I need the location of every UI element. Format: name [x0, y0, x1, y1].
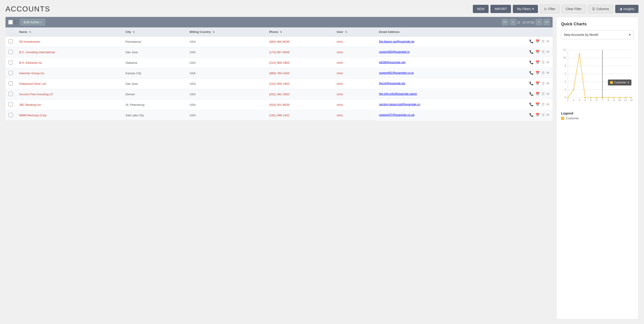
calendar-icon[interactable]: 📅: [536, 60, 540, 64]
first-page-button[interactable]: <<: [502, 19, 508, 25]
account-name-link[interactable]: Hammer Group Inc: [19, 72, 44, 75]
email-icon[interactable]: ✉: [546, 71, 550, 75]
row-checkbox[interactable]: [9, 81, 13, 86]
user-link[interactable]: chris: [337, 92, 343, 96]
email-link[interactable]: support37@example.co.uk: [379, 113, 527, 116]
user-link[interactable]: chris: [337, 103, 343, 106]
calendar-icon[interactable]: 📅: [536, 71, 540, 75]
last-page-button[interactable]: >>: [544, 19, 550, 25]
call-icon[interactable]: 📞: [529, 39, 534, 44]
phone-link[interactable]: (893) 969-8036: [269, 40, 290, 44]
phone-link[interactable]: (174) 897-6649: [269, 50, 290, 54]
call-icon[interactable]: 📞: [529, 113, 534, 117]
row-checkbox[interactable]: [9, 39, 13, 44]
row-checkbox[interactable]: [9, 102, 13, 106]
phone-link[interactable]: (314) 988-2684: [269, 61, 290, 64]
phone-link[interactable]: (989) 760-4343: [269, 72, 290, 75]
email-icon[interactable]: ✉: [546, 39, 550, 44]
cell-name: B.H. Edwards Inc: [16, 58, 122, 68]
phone-column-header[interactable]: Phone ⇅: [266, 28, 334, 36]
user-link[interactable]: chris: [337, 61, 343, 64]
phone-link[interactable]: (918) 401-8639: [269, 103, 290, 106]
call-icon[interactable]: 📞: [529, 102, 534, 106]
calendar-icon[interactable]: 📅: [536, 39, 540, 44]
columns-label: Columns: [596, 7, 609, 11]
email-icon[interactable]: ✉: [546, 113, 550, 117]
svg-point-28: [567, 97, 568, 98]
select-all-dropdown[interactable]: ▾: [14, 20, 18, 24]
new-button[interactable]: NEW: [473, 5, 488, 13]
quick-charts-title: Quick Charts: [561, 22, 634, 26]
my-filters-button[interactable]: My Filters ▾: [513, 5, 538, 13]
list-icon[interactable]: ☰: [542, 39, 544, 44]
clear-filter-button[interactable]: Clear Filter: [562, 4, 586, 13]
list-icon[interactable]: ☰: [542, 60, 544, 64]
phone-link[interactable]: (191) 946-1442: [269, 114, 290, 117]
next-page-button[interactable]: >: [536, 19, 542, 25]
row-checkbox[interactable]: [9, 60, 13, 64]
user-link[interactable]: chris: [337, 114, 343, 117]
name-column-header[interactable]: Name ⇅: [16, 28, 122, 36]
select-all-checkbox[interactable]: [8, 20, 13, 24]
email-link[interactable]: support91@example.co.jp: [379, 71, 527, 74]
user-link[interactable]: chris: [337, 50, 343, 54]
list-icon[interactable]: ☰: [542, 92, 544, 96]
filter-button[interactable]: ⊟ Filter: [540, 4, 560, 13]
account-name-link[interactable]: 5D Investments: [19, 40, 40, 44]
call-icon[interactable]: 📞: [529, 60, 534, 64]
call-icon[interactable]: 📞: [529, 81, 534, 86]
account-name-link[interactable]: JBC Banking Inc: [19, 103, 41, 106]
calendar-icon[interactable]: 📅: [536, 102, 540, 106]
insights-button[interactable]: ◑ Insights: [615, 5, 638, 13]
email-icon[interactable]: ✉: [546, 81, 550, 86]
cell-name: 5D Investments: [16, 36, 122, 47]
import-button[interactable]: IMPORT: [490, 5, 511, 13]
list-icon[interactable]: ☰: [542, 50, 544, 54]
email-link[interactable]: the16@example.biz: [379, 82, 527, 85]
city-column-header[interactable]: City ⇅: [122, 28, 186, 36]
calendar-icon[interactable]: 📅: [536, 81, 540, 86]
user-link[interactable]: chris: [337, 82, 343, 86]
billing-country-column-header[interactable]: Billing Country ⇅: [186, 28, 266, 36]
charts-dropdown[interactable]: New Accounts by Month ▾: [561, 30, 634, 39]
call-icon[interactable]: 📞: [529, 71, 534, 75]
email-link[interactable]: kid38@example.net: [379, 60, 527, 64]
email-link[interactable]: the.info.info@example.name: [379, 92, 527, 96]
row-checkbox[interactable]: [9, 50, 13, 54]
row-checkbox[interactable]: [9, 71, 13, 75]
columns-button[interactable]: ☰ Columns: [588, 4, 614, 13]
columns-icon: ☰: [592, 7, 595, 11]
account-name-link[interactable]: Hollywood Diner Ltd: [19, 82, 46, 86]
phone-link[interactable]: (232) 859-1665: [269, 82, 290, 86]
cell-name: Income Free Investing LP: [16, 89, 122, 100]
phone-link[interactable]: (031) 462-3050: [269, 92, 290, 96]
calendar-icon[interactable]: 📅: [536, 113, 540, 117]
email-icon[interactable]: ✉: [546, 102, 550, 106]
email-link[interactable]: section.beans.kid@example.cn: [379, 102, 527, 106]
calendar-icon[interactable]: 📅: [536, 50, 540, 54]
row-checkbox[interactable]: [9, 92, 13, 96]
svg-text:9: 9: [614, 99, 615, 102]
email-icon[interactable]: ✉: [546, 60, 550, 64]
list-icon[interactable]: ☰: [542, 71, 544, 75]
list-icon[interactable]: ☰: [542, 113, 544, 117]
prev-page-button[interactable]: <: [510, 19, 516, 25]
email-link[interactable]: the.beans.qa@example.tw: [379, 40, 527, 43]
call-icon[interactable]: 📞: [529, 50, 534, 54]
user-link[interactable]: chris: [337, 72, 343, 75]
email-icon[interactable]: ✉: [546, 92, 550, 96]
account-name-link[interactable]: B.H. Edwards Inc: [19, 61, 42, 64]
list-icon[interactable]: ☰: [542, 102, 544, 106]
list-icon[interactable]: ☰: [542, 81, 544, 86]
account-name-link[interactable]: Income Free Investing LP: [19, 92, 53, 96]
email-link[interactable]: support83@example.tv: [379, 50, 527, 54]
user-link[interactable]: chris: [337, 40, 343, 44]
call-icon[interactable]: 📞: [529, 92, 534, 96]
calendar-icon[interactable]: 📅: [536, 92, 540, 96]
email-icon[interactable]: ✉: [546, 50, 550, 54]
account-name-link[interactable]: MMM Mortuary Corp: [19, 114, 46, 117]
user-column-header[interactable]: User ⇅: [334, 28, 376, 36]
account-name-link[interactable]: B.C. Investing International: [19, 50, 55, 54]
row-checkbox[interactable]: [9, 113, 13, 117]
bulk-action-button[interactable]: Bulk Action ▾: [20, 19, 45, 26]
